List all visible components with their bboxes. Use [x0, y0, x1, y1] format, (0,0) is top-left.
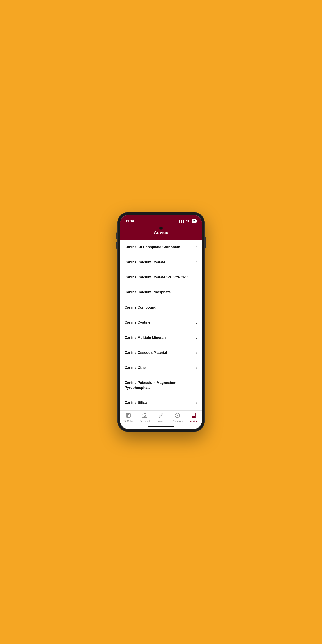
svg-point-0	[188, 222, 188, 222]
camera-icon	[142, 413, 147, 419]
info-icon	[175, 413, 180, 419]
chevron-icon: ›	[196, 290, 198, 295]
svg-point-7	[144, 415, 146, 416]
list-item-cystine[interactable]: Canine Cystine ›	[120, 315, 202, 330]
home-bar	[148, 426, 174, 427]
phone-frame: 11:30 ▌▌▌ 85 Advice Cani	[118, 212, 204, 432]
status-time: 11:30	[126, 219, 134, 223]
chevron-icon: ›	[196, 366, 198, 370]
list-item-osseous-material[interactable]: Canine Osseous Material ›	[120, 345, 202, 360]
book-icon	[191, 413, 196, 419]
list-item-multiple-minerals[interactable]: Canine Multiple Minerals ›	[120, 330, 202, 345]
chevron-icon: ›	[196, 350, 198, 355]
bottom-navigation: CALCulate CALCurad Samples	[120, 410, 202, 424]
battery-indicator: 85	[192, 219, 196, 223]
advice-list: Canine Ca Phosphate Carbonate › Canine C…	[120, 240, 202, 410]
svg-rect-1	[126, 414, 130, 418]
chevron-icon: ›	[196, 275, 198, 280]
nav-label-resources: Resources	[172, 420, 183, 422]
nav-item-samples[interactable]: Samples	[154, 413, 168, 422]
volume-down-button	[116, 242, 117, 249]
nav-item-resources[interactable]: Resources	[170, 413, 184, 422]
chevron-icon: ›	[196, 320, 198, 325]
nav-item-advice[interactable]: Advice	[187, 413, 200, 422]
list-item-calcium-oxalate[interactable]: Canine Calcium Oxalate ›	[120, 255, 202, 270]
camera-notch	[160, 226, 162, 230]
pencil-icon	[158, 413, 164, 419]
chevron-icon: ›	[196, 305, 198, 310]
list-item-silica[interactable]: Canine Silica ›	[120, 395, 202, 410]
home-indicator	[120, 424, 202, 429]
power-button	[205, 237, 206, 248]
nav-label-calculate: CALCulate	[123, 420, 134, 422]
list-item-calcium-phosphate[interactable]: Canine Calcium Phosphate ›	[120, 285, 202, 300]
signal-icon: ▌▌▌	[179, 220, 185, 223]
calculator-icon	[126, 413, 131, 419]
nav-label-calcurad: CALCurad	[139, 420, 150, 422]
chevron-icon: ›	[196, 245, 198, 250]
chevron-icon: ›	[196, 383, 198, 388]
phone-screen: 11:30 ▌▌▌ 85 Advice Cani	[120, 215, 202, 429]
chevron-icon: ›	[196, 260, 198, 264]
list-item-compound[interactable]: Canine Compound ›	[120, 300, 202, 315]
list-item-calcium-oxalate-struvite[interactable]: Canine Calcium Oxalate Struvite CPC ›	[120, 270, 202, 285]
wifi-icon	[186, 219, 190, 223]
status-bar: 11:30 ▌▌▌ 85	[120, 215, 202, 226]
chevron-icon: ›	[196, 335, 198, 340]
nav-item-calcurad[interactable]: CALCurad	[138, 413, 152, 422]
nav-label-advice: Advice	[190, 420, 198, 422]
status-icons: ▌▌▌ 85	[179, 219, 196, 223]
nav-label-samples: Samples	[157, 420, 166, 422]
nav-item-calculate[interactable]: CALCulate	[122, 413, 135, 422]
list-item-potassium-magnesium[interactable]: Canine Potassium Magnesium Pyrophosphate…	[120, 376, 202, 396]
list-item-ca-phosphate-carbonate[interactable]: Canine Ca Phosphate Carbonate ›	[120, 240, 202, 255]
header-title: Advice	[154, 230, 168, 235]
chevron-icon: ›	[196, 400, 198, 405]
volume-up-button	[116, 232, 117, 240]
list-item-other[interactable]: Canine Other ›	[120, 360, 202, 375]
